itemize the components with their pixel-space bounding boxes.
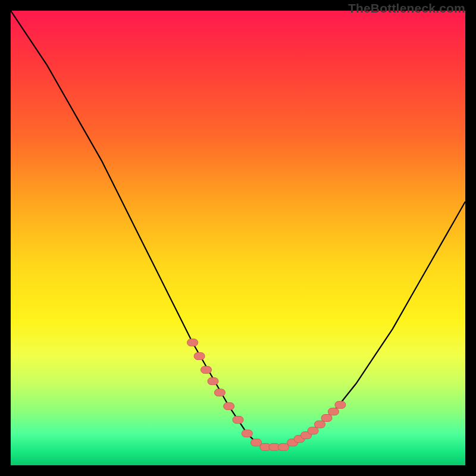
marker-point (201, 367, 212, 374)
chart-plot-area (11, 11, 465, 465)
marker-point (251, 439, 262, 446)
marker-point (224, 403, 234, 410)
marker-point (208, 378, 218, 385)
watermark-text: TheBottleneck.com (348, 1, 465, 15)
marker-point (214, 389, 225, 396)
chart-stage: TheBottleneck.com (0, 0, 476, 476)
marker-point (194, 353, 205, 360)
marker-point (335, 401, 346, 408)
bottleneck-curve (11, 11, 465, 447)
marker-group (187, 339, 346, 451)
marker-point (308, 427, 318, 434)
marker-point (315, 421, 325, 428)
marker-point (328, 408, 339, 415)
marker-point (187, 339, 198, 346)
marker-point (278, 443, 289, 450)
marker-point (321, 415, 332, 422)
marker-point (242, 430, 252, 437)
chart-svg (11, 11, 465, 465)
marker-point (233, 416, 243, 424)
